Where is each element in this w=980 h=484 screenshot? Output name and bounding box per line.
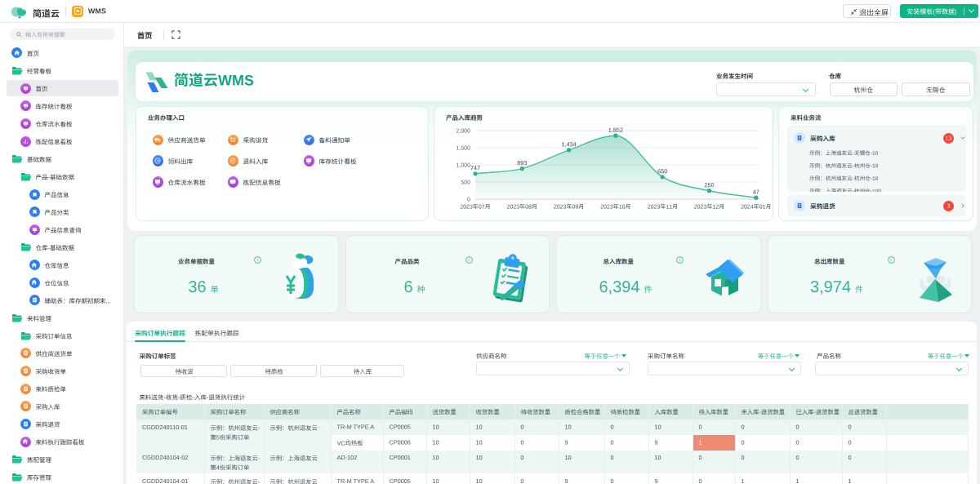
svg-text:1,500: 1,500 — [456, 145, 470, 151]
svg-text:650: 650 — [657, 167, 667, 175]
svg-text:893: 893 — [517, 159, 527, 167]
svg-text:500: 500 — [461, 180, 470, 185]
svg-text:1,852: 1,852 — [608, 127, 623, 134]
svg-text:1,000: 1,000 — [456, 162, 470, 168]
svg-text:250: 250 — [704, 181, 714, 189]
svg-text:0: 0 — [467, 197, 470, 202]
svg-text:1,434: 1,434 — [561, 140, 576, 148]
svg-text:2,000: 2,000 — [456, 128, 470, 134]
svg-text:47: 47 — [753, 189, 760, 196]
svg-text:747: 747 — [470, 164, 480, 171]
